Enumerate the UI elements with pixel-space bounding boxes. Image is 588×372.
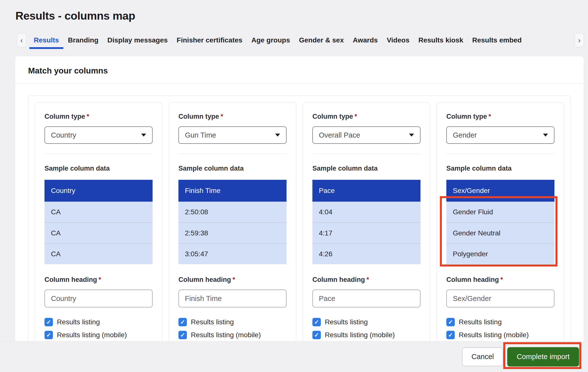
column-type-select[interactable]: Gender [446, 126, 554, 144]
tab-branding[interactable]: Branding [63, 33, 103, 47]
tab-awards[interactable]: Awards [348, 33, 382, 47]
required-asterisk: * [367, 276, 369, 283]
chevron-right-icon: › [578, 36, 581, 44]
sample-data-label: Sample column data [178, 164, 287, 173]
required-asterisk: * [99, 276, 101, 283]
results-listing-option[interactable]: ✓ Results listing [44, 318, 153, 326]
required-asterisk: * [489, 113, 491, 120]
sample-data-table: Finish Time 2:50:08 2:59:38 3:05:47 [178, 180, 287, 264]
columns-container: Column type* Country Sample column data … [28, 96, 571, 372]
results-listing-mobile-option[interactable]: ✓ Results listing (mobile) [44, 331, 153, 339]
cancel-button[interactable]: Cancel [462, 347, 503, 366]
sample-row: 4:17 [312, 223, 420, 243]
column-heading-input[interactable] [44, 290, 153, 307]
sample-row: Gender Fluid [446, 202, 554, 223]
column-type-select-value: Gender [453, 131, 477, 139]
sample-data-table: Country CA CA CA [44, 180, 153, 264]
sample-row: 2:59:38 [178, 223, 287, 243]
sample-row: 4:04 [312, 202, 420, 223]
tab-results[interactable]: Results [29, 33, 63, 49]
checkbox-label: Results listing (mobile) [325, 331, 395, 339]
tab-finisher-certificates[interactable]: Finisher certificates [172, 33, 247, 47]
results-listing-mobile-option[interactable]: ✓ Results listing (mobile) [312, 331, 420, 339]
checkbox-label: Results listing [57, 318, 100, 326]
divider [44, 154, 153, 154]
column-heading-label: Column heading* [446, 275, 554, 284]
checkbox-checked-icon[interactable]: ✓ [312, 318, 321, 326]
checkbox-checked-icon[interactable]: ✓ [312, 331, 321, 339]
tab-display-messages[interactable]: Display messages [103, 33, 172, 47]
panel-header: Match your columns [15, 56, 584, 84]
complete-import-wrapper: Complete import [507, 347, 579, 367]
column-type-select[interactable]: Gun Time [178, 126, 287, 144]
chevron-down-icon [409, 134, 414, 137]
results-listing-mobile-option[interactable]: ✓ Results listing (mobile) [178, 331, 287, 339]
tab-results-kiosk[interactable]: Results kiosk [414, 33, 468, 47]
required-asterisk: * [233, 276, 235, 283]
sample-row: Polygender [446, 243, 554, 264]
chevron-left-icon: ‹ [20, 36, 23, 44]
complete-import-button[interactable]: Complete import [507, 347, 579, 367]
checkbox-label: Results listing [191, 318, 234, 326]
results-listing-mobile-option[interactable]: ✓ Results listing (mobile) [446, 331, 554, 339]
tabs-scroll-right-button[interactable]: › [575, 33, 584, 47]
tab-age-groups[interactable]: Age groups [247, 33, 294, 47]
column-type-label: Column type* [312, 112, 420, 121]
sample-row: CA [44, 243, 153, 264]
checkbox-checked-icon[interactable]: ✓ [446, 331, 455, 339]
required-asterisk: * [87, 113, 89, 120]
tab-list: Results Branding Display messages Finish… [29, 33, 572, 49]
required-asterisk: * [221, 113, 223, 120]
column-card-country: Column type* Country Sample column data … [35, 102, 162, 372]
tab-videos[interactable]: Videos [382, 33, 414, 47]
checkbox-label: Results listing (mobile) [57, 331, 127, 339]
column-heading-label: Column heading* [44, 275, 153, 284]
column-card-gender: Column type* Gender Sample column data S… [437, 102, 564, 372]
divider [446, 154, 554, 154]
column-card-gun-time: Column type* Gun Time Sample column data… [169, 102, 296, 372]
sample-header-cell: Pace [312, 180, 420, 202]
footer-action-bar: Cancel Complete import [0, 341, 588, 372]
column-heading-label-text: Column heading [312, 276, 365, 283]
sample-row: 4:26 [312, 243, 420, 264]
column-heading-input[interactable] [312, 290, 420, 307]
checkbox-checked-icon[interactable]: ✓ [446, 318, 455, 326]
sample-row: CA [44, 223, 153, 243]
column-type-select[interactable]: Country [44, 126, 153, 144]
column-type-select[interactable]: Overall Pace [312, 126, 420, 144]
column-type-label-text: Column type [44, 113, 85, 120]
checkbox-checked-icon[interactable]: ✓ [44, 318, 53, 326]
checkbox-checked-icon[interactable]: ✓ [178, 318, 187, 326]
column-type-label: Column type* [44, 112, 153, 121]
sample-data-label: Sample column data [312, 164, 420, 173]
checkbox-checked-icon[interactable]: ✓ [44, 331, 53, 339]
chevron-down-icon [543, 134, 548, 137]
column-type-select-value: Overall Pace [319, 131, 360, 139]
checkbox-label: Results listing (mobile) [459, 331, 529, 339]
column-type-label: Column type* [446, 112, 554, 121]
sample-data-label: Sample column data [446, 164, 554, 173]
column-type-select-value: Country [51, 131, 76, 139]
checkbox-label: Results listing (mobile) [191, 331, 261, 339]
column-heading-label-text: Column heading [178, 276, 231, 283]
results-listing-option[interactable]: ✓ Results listing [312, 318, 420, 326]
checkbox-checked-icon[interactable]: ✓ [178, 331, 187, 339]
sample-row: Gender Neutral [446, 223, 554, 243]
tab-results-embed[interactable]: Results embed [468, 33, 526, 47]
sample-row: 3:05:47 [178, 243, 287, 264]
results-listing-option[interactable]: ✓ Results listing [178, 318, 287, 326]
checkbox-label: Results listing [325, 318, 368, 326]
column-heading-input[interactable] [178, 290, 287, 307]
tabs-scroll-left-button[interactable]: ‹ [17, 33, 26, 47]
tab-gender-and-sex[interactable]: Gender & sex [294, 33, 348, 47]
chevron-down-icon [275, 134, 280, 137]
column-heading-input[interactable] [446, 290, 554, 307]
results-listing-option[interactable]: ✓ Results listing [446, 318, 554, 326]
column-type-select-value: Gun Time [185, 131, 216, 139]
sample-header-cell: Finish Time [178, 180, 287, 202]
match-columns-panel: Match your columns Column type* Country … [15, 56, 584, 372]
sample-data-table: Pace 4:04 4:17 4:26 [312, 180, 420, 264]
sample-data-table: Sex/Gender Gender Fluid Gender Neutral P… [446, 180, 554, 264]
sample-header-cell: Sex/Gender [446, 180, 554, 202]
tab-bar: ‹ Results Branding Display messages Fini… [17, 33, 584, 49]
